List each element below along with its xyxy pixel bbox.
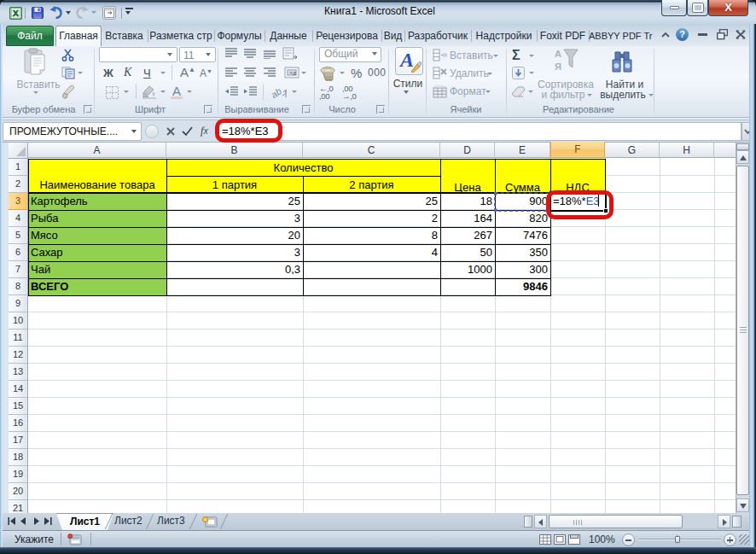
svg-text:+a: +a [289, 70, 296, 76]
svg-text:А: А [555, 49, 561, 59]
svg-text:ab: ab [271, 85, 283, 100]
svg-text:Я: Я [555, 61, 561, 72]
